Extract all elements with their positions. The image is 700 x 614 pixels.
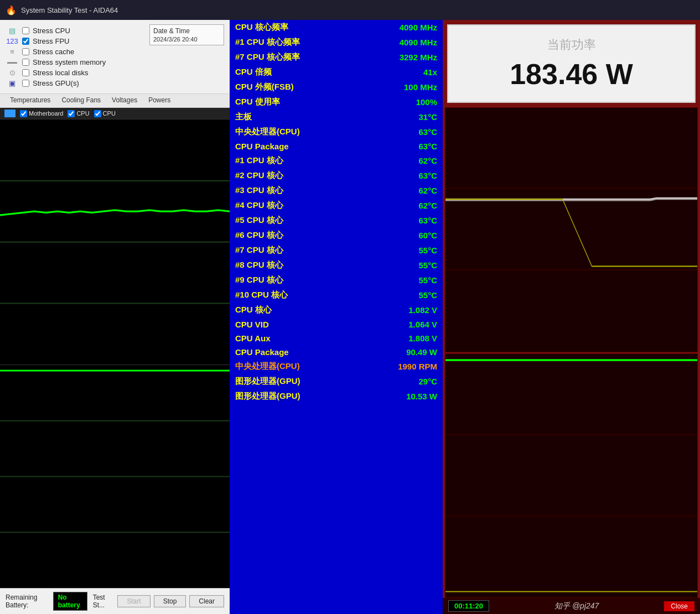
stress-cache-label: Stress cache [33,48,74,56]
title-bar: 🔥 System Stability Test - AIDA64 [0,0,700,20]
info-row-value: 55°C [358,243,443,258]
stress-cpu-row: ▤ Stress CPU [6,26,149,35]
tab-powers[interactable]: Powers [143,94,176,107]
right-usage-svg [445,354,697,598]
info-row-value: 1.808 V [358,331,443,345]
info-row-value: 29°C [358,374,443,389]
close-button[interactable]: Close [664,601,694,611]
power-display: 当前功率 183.46 W [447,24,696,103]
cb-cpu2[interactable]: CPU [94,110,116,117]
stress-gpu-checkbox[interactable] [22,80,29,87]
info-row-value: 55°C [358,288,443,303]
info-row-label: CPU VID [230,318,358,331]
main-area: ▤ Stress CPU 123 Stress FPU ≡ Stress cac… [0,20,700,614]
right-panel: 当前功率 183.46 W 62|64 30 100% [443,20,700,614]
window-title: System Stability Test - AIDA64 [21,6,118,14]
bottom-buttons: Start Stop Clear [117,595,224,607]
gpu-icon: ▣ [6,79,19,87]
info-row-label: #4 CPU 核心 [230,198,358,213]
svg-rect-11 [445,354,697,598]
cache-icon: ≡ [6,47,19,56]
stress-fpu-label: Stress FPU [33,37,69,45]
start-button[interactable]: Start [117,595,150,607]
tab-temperatures[interactable]: Temperatures [4,94,56,107]
svg-rect-8 [445,108,697,352]
info-row-value: 90.49 W [358,345,443,359]
info-table: CPU 核心频率4090 MHz#1 CPU 核心频率4090 MHz#7 CP… [230,20,443,404]
info-row-label: CPU Package [230,345,358,359]
info-row-value: 3292 MHz [358,50,443,65]
date-panel: Date & Time 2024/3/26 20:40 [149,24,224,45]
stress-gpu-row: ▣ Stress GPU(s) [6,79,149,87]
fpu-icon: 123 [6,37,19,45]
tab-cooling-fans[interactable]: Cooling Fans [56,94,106,107]
info-row-label: CPU 核心频率 [230,20,358,35]
center-panel: CPU 核心频率4090 MHz#1 CPU 核心频率4090 MHz#7 CP… [230,20,443,614]
chart-checkboxes: Motherboard CPU CPU [20,110,116,117]
test-status: Test St... [93,594,112,609]
cb-motherboard[interactable]: Motherboard [20,110,63,117]
battery-label: Remaining Battery: [6,594,48,609]
tab-voltages[interactable]: Voltages [106,94,143,107]
bottom-bar: Remaining Battery: No battery Test St...… [0,588,230,614]
flame-icon: 🔥 [6,5,17,15]
bottom-right-bar: 00:11:20 知乎 @pj247 Close [443,598,700,614]
stress-cache-checkbox[interactable] [22,48,29,55]
stop-button[interactable]: Stop [154,595,186,607]
stress-disks-label: Stress local disks [33,69,88,77]
info-row-value: 1.082 V [358,303,443,318]
stress-gpu-label: Stress GPU(s) [33,79,79,87]
info-row-label: 图形处理器(GPU) [230,389,358,404]
date-value: 2024/3/26 20:40 [153,36,220,43]
info-row-value: 63°C [358,168,443,183]
info-row-value: 10.53 W [358,389,443,404]
stress-fpu-row: 123 Stress FPU [6,37,149,45]
tabs-bar: Temperatures Cooling Fans Voltages Power… [0,93,230,108]
info-row-value: 63°C [358,124,443,139]
stress-options-list: ▤ Stress CPU 123 Stress FPU ≡ Stress cac… [6,24,149,89]
stress-and-date-area: ▤ Stress CPU 123 Stress FPU ≡ Stress cac… [0,20,230,93]
cpu-usage-chart: 100% 0% [0,365,230,588]
usage-chart-svg [0,365,230,588]
info-row-label: 主板 [230,110,358,124]
info-row-value: 63°C [358,213,443,228]
info-row-label: #1 CPU 核心 [230,153,358,168]
stress-disks-row: ⊙ Stress local disks [6,68,149,77]
stress-cpu-checkbox[interactable] [22,27,29,34]
stress-memory-checkbox[interactable] [22,59,29,66]
info-row-value: 100 MHz [358,80,443,95]
chart-header: Motherboard CPU CPU [0,108,230,119]
info-row-value: 62°C [358,153,443,168]
stress-fpu-checkbox[interactable] [22,38,29,45]
info-row-label: #3 CPU 核心 [230,183,358,198]
info-row-label: #8 CPU 核心 [230,258,358,273]
info-row-value: 55°C [358,273,443,288]
clear-button[interactable]: Clear [189,595,224,607]
info-row-label: #10 CPU 核心 [230,288,358,303]
info-row-value: 55°C [358,258,443,273]
info-row-value: 60°C [358,228,443,243]
stress-cpu-label: Stress CPU [33,27,70,35]
watermark: 知乎 @pj247 [554,601,599,611]
info-row-label: CPU 使用率 [230,95,358,110]
info-row-label: #2 CPU 核心 [230,168,358,183]
info-row-value: 100% [358,95,443,110]
chart-color-box [4,110,15,117]
temp-chart-svg [0,119,230,365]
date-title: Date & Time [153,27,220,35]
cpu-icon: ▤ [6,26,19,35]
right-temp-svg [445,108,697,352]
stress-disks-checkbox[interactable] [22,69,29,76]
info-row-label: #6 CPU 核心 [230,228,358,243]
memory-icon: ▬▬ [6,58,19,66]
info-row-value: 31°C [358,110,443,124]
stress-memory-row: ▬▬ Stress system memory [6,58,149,66]
timer-badge: 00:11:20 [448,600,489,612]
info-row-label: CPU 核心 [230,303,358,318]
cb-cpu1[interactable]: CPU [68,110,89,117]
info-row-value: 62°C [358,183,443,198]
info-row-label: #7 CPU 核心频率 [230,50,358,65]
power-label: 当前功率 [459,37,683,53]
disk-icon: ⊙ [6,68,19,77]
battery-value: No battery [53,592,87,611]
